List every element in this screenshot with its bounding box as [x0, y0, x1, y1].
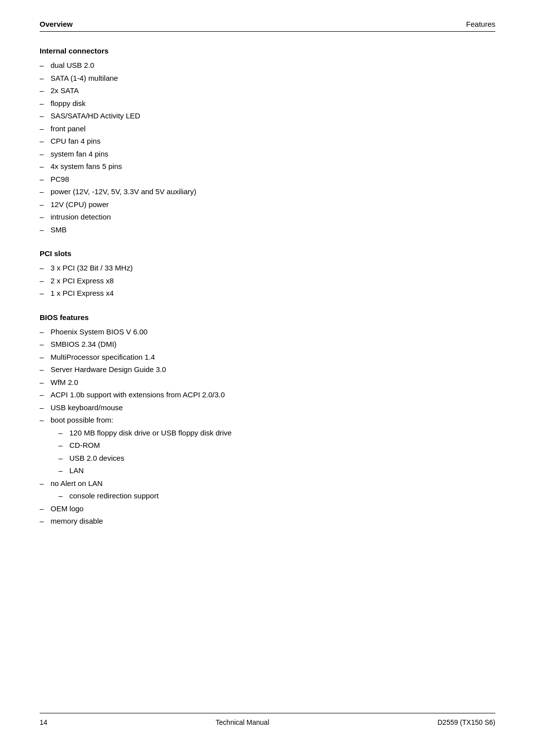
page: Overview Features Internal connectors– d…	[0, 0, 535, 756]
list-item: – 3 x PCI (32 Bit / 33 MHz)	[40, 263, 495, 274]
list-item-text: power (12V, -12V, 5V, 3.3V and 5V auxili…	[51, 186, 495, 198]
list-internal-connectors: – dual USB 2.0– SATA (1-4) multilane– 2x…	[40, 60, 495, 235]
list-item-text: PC98	[51, 174, 495, 185]
list-bios-features: – Phoenix System BIOS V 6.00– SMBIOS 2.3…	[40, 326, 495, 527]
dash-symbol: –	[40, 98, 51, 109]
list-item: – SATA (1-4) multilane	[40, 73, 495, 84]
list-item: – front panel	[40, 123, 495, 135]
dash-symbol: –	[40, 339, 51, 350]
list-item: – Phoenix System BIOS V 6.00	[40, 326, 495, 338]
list-item: – memory disable	[40, 516, 495, 527]
dash-symbol: –	[40, 352, 51, 363]
list-item: – floppy disk	[40, 98, 495, 109]
list-item: – no Alert on LAN	[40, 478, 495, 489]
sub-list-item-text: USB 2.0 devices	[69, 453, 495, 464]
list-item-text: front panel	[51, 123, 495, 135]
sub-list-container: – 120 MB floppy disk drive or USB floppy…	[40, 428, 495, 477]
list-item-text: no Alert on LAN	[51, 478, 495, 489]
list-item: – OEM logo	[40, 503, 495, 515]
dash-symbol: –	[40, 402, 51, 414]
list-item-text: boot possible from:	[51, 415, 495, 426]
dash-symbol: –	[40, 73, 51, 84]
list-item-text: OEM logo	[51, 503, 495, 515]
list-item-text: floppy disk	[51, 98, 495, 109]
list-item: – PC98	[40, 174, 495, 185]
list-item: – boot possible from:	[40, 415, 495, 426]
list-item-text: Server Hardware Design Guide 3.0	[51, 364, 495, 376]
list-item-text: SAS/SATA/HD Activity LED	[51, 110, 495, 122]
list-item: – 4x system fans 5 pins	[40, 161, 495, 172]
section-internal-connectors: Internal connectors– dual USB 2.0– SATA …	[40, 47, 495, 235]
list-pci-slots: – 3 x PCI (32 Bit / 33 MHz)– 2 x PCI Exp…	[40, 263, 495, 299]
list-item-text: dual USB 2.0	[51, 60, 495, 71]
list-item-text: 2x SATA	[51, 85, 495, 97]
dash-symbol: –	[40, 389, 51, 401]
list-item: – 12V (CPU) power	[40, 199, 495, 211]
dash-symbol: –	[58, 440, 69, 451]
page-header: Overview Features	[40, 20, 495, 32]
list-item-text: SMBIOS 2.34 (DMI)	[51, 339, 495, 350]
list-item-text: memory disable	[51, 516, 495, 527]
list-item-text: intrusion detection	[51, 212, 495, 223]
dash-symbol: –	[40, 186, 51, 198]
dash-symbol: –	[40, 377, 51, 388]
dash-symbol: –	[40, 212, 51, 223]
sub-list-item: – LAN	[58, 465, 495, 477]
dash-symbol: –	[58, 465, 69, 477]
dash-symbol: –	[58, 428, 69, 439]
list-item-text: 2 x PCI Express x8	[51, 275, 495, 287]
list-item: – USB keyboard/mouse	[40, 402, 495, 414]
list-item-text: 3 x PCI (32 Bit / 33 MHz)	[51, 263, 495, 274]
dash-symbol: –	[40, 503, 51, 515]
dash-symbol: –	[40, 199, 51, 211]
list-item: – MultiProcessor specification 1.4	[40, 352, 495, 363]
sub-list: – 120 MB floppy disk drive or USB floppy…	[58, 428, 495, 477]
list-item-text: SATA (1-4) multilane	[51, 73, 495, 84]
dash-symbol: –	[40, 174, 51, 185]
list-item: – CPU fan 4 pins	[40, 136, 495, 147]
section-pci-slots: PCI slots– 3 x PCI (32 Bit / 33 MHz)– 2 …	[40, 249, 495, 299]
section-title-internal-connectors: Internal connectors	[40, 47, 495, 55]
section-title-bios-features: BIOS features	[40, 313, 495, 322]
list-item: – SAS/SATA/HD Activity LED	[40, 110, 495, 122]
list-item: – SMBIOS 2.34 (DMI)	[40, 339, 495, 350]
sub-list-item: – CD-ROM	[58, 440, 495, 451]
dash-symbol: –	[40, 136, 51, 147]
list-item-text: MultiProcessor specification 1.4	[51, 352, 495, 363]
list-item-text: Phoenix System BIOS V 6.00	[51, 326, 495, 338]
list-item-text: USB keyboard/mouse	[51, 402, 495, 414]
dash-symbol: –	[40, 364, 51, 376]
dash-symbol: –	[40, 85, 51, 97]
header-section-label: Overview	[40, 20, 73, 28]
list-item-text: CPU fan 4 pins	[51, 136, 495, 147]
sub-list-item: – console redirection support	[58, 490, 495, 502]
list-item: – ACPI 1.0b support with extensions from…	[40, 389, 495, 401]
list-item: – 2x SATA	[40, 85, 495, 97]
footer-document-title: Technical Manual	[215, 718, 269, 726]
sub-list-item-text: LAN	[69, 465, 495, 477]
header-chapter-label: Features	[466, 20, 495, 28]
dash-symbol: –	[40, 478, 51, 489]
dash-symbol: –	[40, 326, 51, 338]
list-item-text: WfM 2.0	[51, 377, 495, 388]
section-bios-features: BIOS features– Phoenix System BIOS V 6.0…	[40, 313, 495, 527]
sub-list-item-text: console redirection support	[69, 490, 495, 502]
dash-symbol: –	[40, 263, 51, 274]
list-item: – WfM 2.0	[40, 377, 495, 388]
list-item-text: SMB	[51, 224, 495, 236]
dash-symbol: –	[40, 123, 51, 135]
list-item: – SMB	[40, 224, 495, 236]
dash-symbol: –	[40, 275, 51, 287]
dash-symbol: –	[40, 516, 51, 527]
list-item: – Server Hardware Design Guide 3.0	[40, 364, 495, 376]
list-item-text: 12V (CPU) power	[51, 199, 495, 211]
list-item-text: 4x system fans 5 pins	[51, 161, 495, 172]
dash-symbol: –	[40, 224, 51, 236]
list-item: – intrusion detection	[40, 212, 495, 223]
section-title-pci-slots: PCI slots	[40, 249, 495, 258]
dash-symbol: –	[40, 110, 51, 122]
dash-symbol: –	[58, 453, 69, 464]
list-item-text: system fan 4 pins	[51, 149, 495, 160]
dash-symbol: –	[40, 161, 51, 172]
list-item: – dual USB 2.0	[40, 60, 495, 71]
